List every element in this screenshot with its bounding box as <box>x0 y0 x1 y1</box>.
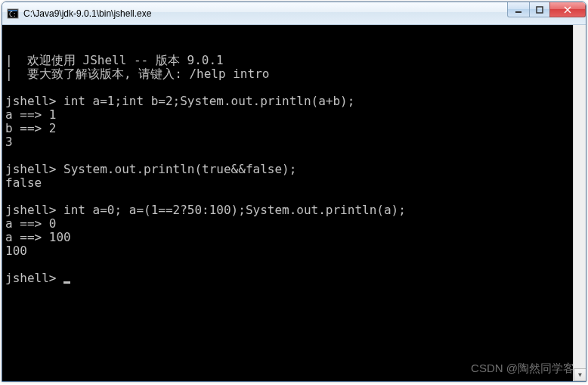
console-area[interactable]: | 欢迎使用 JShell -- 版本 9.0.1| 要大致了解该版本, 请键入… <box>2 25 586 381</box>
close-button[interactable] <box>549 2 586 17</box>
console-line: 100 <box>5 244 583 258</box>
console-line: false <box>5 176 583 190</box>
cursor <box>63 281 70 284</box>
console-window: C: C:\Java9\jdk-9.0.1\bin\jshell.exe <box>2 2 586 382</box>
console-line: | 欢迎使用 JShell -- 版本 9.0.1 <box>5 54 583 67</box>
console-line <box>5 190 583 203</box>
console-line: a ==> 0 <box>5 217 583 231</box>
console-line: jshell> int a=0; a=(1==2?50:100);System.… <box>5 203 583 217</box>
console-line: | 要大致了解该版本, 请键入: /help intro <box>5 67 583 81</box>
titlebar[interactable]: C: C:\Java9\jdk-9.0.1\bin\jshell.exe <box>2 2 586 25</box>
window-title: C:\Java9\jdk-9.0.1\bin\jshell.exe <box>23 8 151 19</box>
svg-rect-4 <box>537 7 543 13</box>
minimize-icon <box>515 6 522 14</box>
scroll-down-button[interactable]: ▼ <box>574 368 586 381</box>
console-line: jshell> int a=1;int b=2;System.out.print… <box>5 95 583 108</box>
maximize-icon <box>536 6 543 14</box>
svg-rect-3 <box>515 11 521 13</box>
console-line: 3 <box>5 135 583 149</box>
window-controls <box>508 2 586 17</box>
svg-text:C:: C: <box>9 11 17 18</box>
app-icon: C: <box>7 8 19 20</box>
scroll-track[interactable] <box>574 38 586 368</box>
console-line: jshell> System.out.println(true&&false); <box>5 163 583 176</box>
vertical-scrollbar[interactable]: ▲ ▼ <box>573 25 586 381</box>
minimize-button[interactable] <box>507 2 530 17</box>
console-line <box>5 258 583 272</box>
console-line: a ==> 1 <box>5 108 583 122</box>
console-line <box>5 149 583 163</box>
console-line: jshell> <box>5 272 583 285</box>
console-line <box>5 81 583 95</box>
close-icon <box>564 6 571 14</box>
console-line: a ==> 100 <box>5 231 583 244</box>
console-line: b ==> 2 <box>5 122 583 135</box>
maximize-button[interactable] <box>529 2 550 17</box>
